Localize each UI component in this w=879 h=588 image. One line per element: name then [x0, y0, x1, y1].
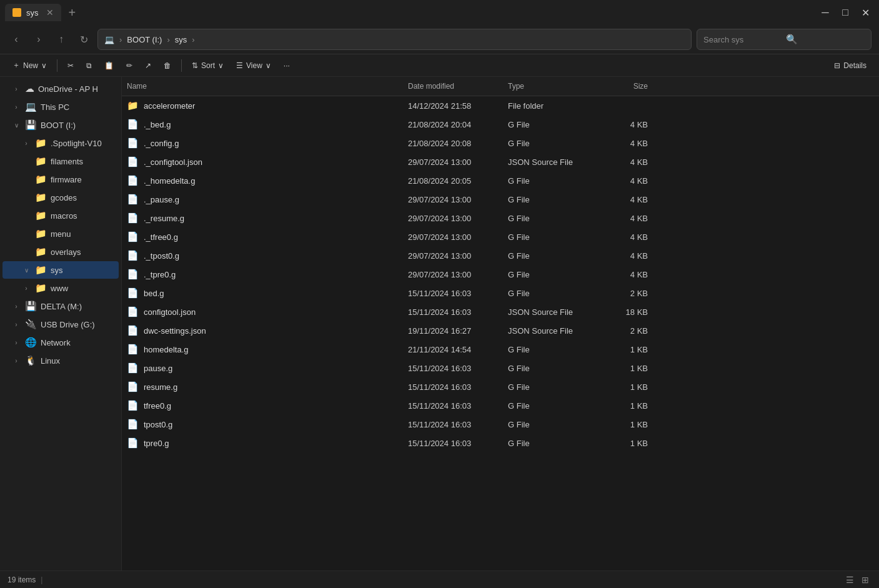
- expander-icon: [21, 211, 31, 221]
- file-type: G File: [503, 436, 603, 451]
- sidebar-item-label: gcodes: [51, 193, 77, 202]
- table-row[interactable]: 📄 ._homedelta.g 21/08/2024 20:05 G File …: [122, 171, 879, 190]
- sidebar-item-onedrive[interactable]: › ☁ OneDrive - AP H: [2, 80, 119, 97]
- col-header-type[interactable]: Type: [503, 79, 603, 93]
- share-button[interactable]: ↗: [140, 58, 156, 73]
- new-button[interactable]: ＋ New ∨: [7, 57, 52, 74]
- breadcrumb-boot[interactable]: BOOT (I:): [127, 35, 162, 44]
- list-view-button[interactable]: ☰: [843, 574, 857, 586]
- sidebar-item-usbdrive[interactable]: › 🔌 USB Drive (G:): [2, 316, 119, 333]
- view-button[interactable]: ☰ View ∨: [231, 58, 276, 73]
- sidebar-item-label: firmware: [51, 175, 82, 184]
- sort-button[interactable]: ⇅ Sort ∨: [187, 58, 229, 73]
- table-row[interactable]: 📄 ._config.g 21/08/2024 20:08 G File 4 K…: [122, 134, 879, 152]
- sidebar-item-boot[interactable]: ∨ 💾 BOOT (I:): [2, 116, 119, 134]
- file-icon: 📄: [127, 362, 139, 374]
- file-icon: 📄: [127, 175, 139, 186]
- sidebar-item-www[interactable]: › 📁 www: [2, 279, 119, 297]
- tab-sys[interactable]: sys ✕: [5, 4, 61, 21]
- file-type: G File: [503, 192, 603, 207]
- file-name: ._tpre0.g: [144, 270, 176, 279]
- file-name: tpost0.g: [144, 420, 172, 429]
- folder-icon: 📁: [35, 192, 47, 203]
- delete-button[interactable]: 🗑: [159, 58, 176, 73]
- sidebar-item-gcodes[interactable]: 📁 gcodes: [2, 189, 119, 206]
- sidebar-item-label: USB Drive (G:): [41, 320, 95, 329]
- sidebar-item-label: Network: [41, 338, 71, 347]
- sidebar-item-spotlight[interactable]: › 📁 .Spotlight-V10: [2, 134, 119, 152]
- close-button[interactable]: ✕: [857, 4, 874, 21]
- col-header-size[interactable]: Size: [603, 79, 653, 93]
- rename-button[interactable]: ✏: [121, 58, 137, 73]
- file-date: 15/11/2024 16:03: [403, 380, 503, 394]
- copy-button[interactable]: ⧉: [81, 58, 97, 73]
- table-row[interactable]: 📄 tfree0.g 15/11/2024 16:03 G File 1 KB: [122, 396, 879, 415]
- up-button[interactable]: ↑: [52, 31, 70, 48]
- table-row[interactable]: 📄 tpre0.g 15/11/2024 16:03 G File 1 KB: [122, 434, 879, 452]
- minimize-button[interactable]: ─: [817, 4, 834, 21]
- sidebar-item-thispc[interactable]: › 💻 This PC: [2, 98, 119, 116]
- separator-2: [181, 59, 182, 72]
- folder-icon: 📁: [127, 100, 139, 111]
- more-button[interactable]: ···: [279, 58, 295, 73]
- file-type: G File: [503, 361, 603, 376]
- file-type: JSON Source File: [503, 155, 603, 169]
- file-type: G File: [503, 399, 603, 413]
- sidebar-item-linux[interactable]: › 🐧 Linux: [2, 352, 119, 369]
- table-row[interactable]: 📄 configtool.json 15/11/2024 16:03 JSON …: [122, 302, 879, 321]
- file-name: ._pause.g: [144, 195, 179, 204]
- sidebar-item-network[interactable]: › 🌐 Network: [2, 334, 119, 351]
- table-row[interactable]: 📁 accelerometer 14/12/2024 21:58 File fo…: [122, 96, 879, 115]
- table-row[interactable]: 📄 ._pause.g 29/07/2024 13:00 G File 4 KB: [122, 190, 879, 209]
- sidebar-item-filaments[interactable]: 📁 filaments: [2, 152, 119, 170]
- cut-button[interactable]: ✂: [62, 58, 79, 73]
- table-row[interactable]: 📄 ._resume.g 29/07/2024 13:00 G File 4 K…: [122, 209, 879, 227]
- view-toggles: ☰ ⊞: [843, 574, 872, 586]
- col-header-name[interactable]: Name: [122, 79, 403, 93]
- main-content: › ☁ OneDrive - AP H › 💻 This PC ∨ 💾 BOOT…: [0, 77, 879, 571]
- search-box[interactable]: Search sys 🔍: [697, 29, 872, 50]
- sidebar-item-label: filaments: [51, 157, 83, 166]
- breadcrumb-sys[interactable]: sys: [175, 35, 187, 44]
- table-row[interactable]: 📄 ._tpre0.g 29/07/2024 13:00 G File 4 KB: [122, 265, 879, 284]
- file-size: 1 KB: [603, 361, 653, 376]
- expander-icon: ›: [11, 337, 21, 347]
- expander-icon: ›: [11, 102, 21, 112]
- col-header-date[interactable]: Date modified: [403, 79, 503, 93]
- table-row[interactable]: 📄 homedelta.g 21/11/2024 14:54 G File 1 …: [122, 340, 879, 359]
- table-row[interactable]: 📄 tpost0.g 15/11/2024 16:03 G File 1 KB: [122, 415, 879, 434]
- maximize-button[interactable]: □: [837, 4, 854, 21]
- details-view-button[interactable]: ⊞: [859, 574, 872, 586]
- file-type: G File: [503, 230, 603, 244]
- sidebar-item-firmware[interactable]: 📁 firmware: [2, 171, 119, 188]
- sidebar-item-sys[interactable]: ∨ 📁 sys: [2, 261, 119, 279]
- forward-button[interactable]: ›: [30, 31, 47, 48]
- sidebar-item-delta[interactable]: › 💾 DELTA (M:): [2, 297, 119, 315]
- expander-icon: ›: [21, 283, 31, 293]
- table-row[interactable]: 📄 bed.g 15/11/2024 16:03 G File 2 KB: [122, 284, 879, 302]
- table-row[interactable]: 📄 resume.g 15/11/2024 16:03 G File 1 KB: [122, 377, 879, 396]
- table-row[interactable]: 📄 pause.g 15/11/2024 16:03 G File 1 KB: [122, 359, 879, 377]
- table-row[interactable]: 📄 ._tpost0.g 29/07/2024 13:00 G File 4 K…: [122, 246, 879, 265]
- file-type: JSON Source File: [503, 324, 603, 338]
- table-row[interactable]: 📄 ._configtool.json 29/07/2024 13:00 JSO…: [122, 152, 879, 171]
- back-button[interactable]: ‹: [7, 31, 25, 48]
- sidebar-item-macros[interactable]: 📁 macros: [2, 207, 119, 224]
- file-name: pause.g: [144, 364, 172, 373]
- status-separator: |: [41, 576, 42, 584]
- table-row[interactable]: 📄 ._bed.g 21/08/2024 20:04 G File 4 KB: [122, 115, 879, 134]
- table-row[interactable]: 📄 ._tfree0.g 29/07/2024 13:00 G File 4 K…: [122, 227, 879, 246]
- share-icon: ↗: [145, 61, 151, 70]
- table-row[interactable]: 📄 dwc-settings.json 19/11/2024 16:27 JSO…: [122, 321, 879, 340]
- sidebar-item-overlays[interactable]: 📁 overlays: [2, 243, 119, 261]
- details-button[interactable]: ⊟ Details: [829, 58, 872, 73]
- sidebar-item-menu[interactable]: 📁 menu: [2, 225, 119, 242]
- file-type: G File: [503, 211, 603, 226]
- new-tab-button[interactable]: +: [69, 6, 76, 19]
- file-icon: 📄: [127, 119, 139, 130]
- paste-button[interactable]: 📋: [99, 58, 119, 73]
- tab-close-button[interactable]: ✕: [46, 7, 54, 17]
- refresh-button[interactable]: ↻: [75, 31, 92, 48]
- file-icon: 📄: [127, 419, 139, 430]
- address-bar[interactable]: 💻 › BOOT (I:) › sys ›: [97, 29, 692, 50]
